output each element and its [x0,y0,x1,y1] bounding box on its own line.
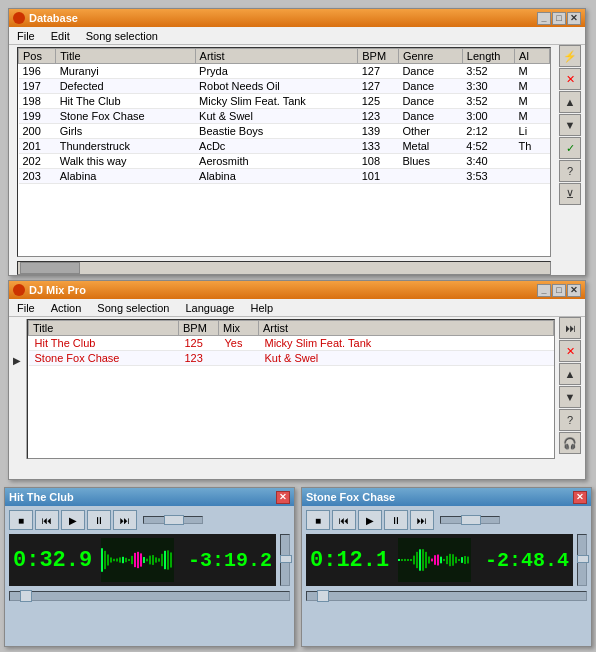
dj-menu-help[interactable]: Help [246,302,277,314]
player2-countdown: -2:48.4 [479,549,569,572]
db-table-row[interactable]: 202 Walk this way Aerosmith 108 Blues 3:… [19,154,550,169]
dj-table-row[interactable]: Stone Fox Chase 123 Kut & Swel [29,351,554,366]
db-table-row[interactable]: 198 Hit The Club Micky Slim Feat. Tank 1… [19,94,550,109]
db-cell-artist: Alabina [195,169,358,184]
player1-pitch-thumb[interactable] [164,515,184,525]
player1-next-btn[interactable]: ⏭ [113,510,137,530]
db-table-row[interactable]: 203 Alabina Alabina 101 3:53 [19,169,550,184]
db-table-row[interactable]: 197 Defected Robot Needs Oil 127 Dance 3… [19,79,550,94]
player1-play-btn[interactable]: ▶ [61,510,85,530]
db-menu-songsel[interactable]: Song selection [82,30,162,42]
player1-body: ■ ⏮ ▶ ⏸ ⏭ 0:32.9 -3:19.2 [5,506,294,646]
db-cell-artist: Beastie Boys [195,124,358,139]
dj-btn-help[interactable]: ? [559,409,581,431]
svg-rect-34 [428,556,430,563]
dj-menu-file[interactable]: File [13,302,39,314]
db-cell-title: Walk this way [56,154,195,169]
db-cell-title: Stone Fox Chase [56,109,195,124]
db-menu-bar: File Edit Song selection [9,27,585,45]
dj-btn-close[interactable]: ✕ [559,340,581,362]
col-bpm: BPM [358,49,399,64]
player2-position-thumb[interactable] [317,590,329,602]
db-cell-title: Defected [56,79,195,94]
player2-next-btn[interactable]: ⏭ [410,510,434,530]
player2-pause-btn[interactable]: ⏸ [384,510,408,530]
svg-rect-41 [449,554,451,566]
player1-stop-btn[interactable]: ■ [9,510,33,530]
svg-rect-21 [164,551,166,569]
dj-btn-down[interactable]: ▼ [559,386,581,408]
dj-table-row[interactable]: Hit The Club 125 Yes Micky Slim Feat. Ta… [29,336,554,351]
db-cell-artist: Aerosmith [195,154,358,169]
svg-rect-2 [107,554,109,565]
db-cell-length: 3:00 [462,109,514,124]
player1-pitch-slider[interactable] [143,516,203,524]
db-hscrollbar[interactable] [17,261,551,275]
player1-vol-slider[interactable] [280,534,290,586]
player1-prev-btn[interactable]: ⏮ [35,510,59,530]
db-cell-pos: 203 [19,169,56,184]
dj-side-buttons: ⏭ ✕ ▲ ▼ ? 🎧 [559,317,581,454]
db-maximize-btn[interactable]: □ [552,12,566,25]
dj-menu-language[interactable]: Language [181,302,238,314]
player2-play-btn[interactable]: ▶ [358,510,382,530]
svg-rect-47 [467,557,469,564]
db-minimize-btn[interactable]: _ [537,12,551,25]
db-btn-up[interactable]: ▲ [559,91,581,113]
col-pos: Pos [19,49,56,64]
player1-position-slider[interactable] [9,591,290,601]
player1-vol-thumb[interactable] [280,555,292,563]
player1-pause-btn[interactable]: ⏸ [87,510,111,530]
db-hscroll-thumb[interactable] [20,262,80,274]
db-cell-title: Alabina [56,169,195,184]
db-btn-down[interactable]: ▼ [559,114,581,136]
dj-btn-up[interactable]: ▲ [559,363,581,385]
svg-rect-46 [464,556,466,564]
dj-menu-songsel[interactable]: Song selection [93,302,173,314]
db-table-row[interactable]: 200 Girls Beastie Boys 139 Other 2:12 Li [19,124,550,139]
player1-position-thumb[interactable] [20,590,32,602]
db-btn-close[interactable]: ✕ [559,68,581,90]
dj-marker-area: ▶ [11,319,27,459]
player2-vol-thumb[interactable] [577,555,589,563]
dj-btn-headphones[interactable]: 🎧 [559,432,581,454]
col-genre: Genre [398,49,462,64]
dj-close-btn[interactable]: ✕ [567,284,581,297]
db-btn-lightning[interactable]: ⚡ [559,45,581,67]
svg-rect-23 [170,552,172,567]
player2-prev-btn[interactable]: ⏮ [332,510,356,530]
db-cell-al: Li [515,124,550,139]
db-close-btn[interactable]: ✕ [567,12,581,25]
player2-position-slider[interactable] [306,591,587,601]
player2-pitch-slider[interactable] [440,516,500,524]
db-btn-help[interactable]: ? [559,160,581,182]
db-table-row[interactable]: 196 Muranyi Pryda 127 Dance 3:52 M [19,64,550,79]
svg-rect-38 [440,557,442,564]
db-menu-file[interactable]: File [13,30,39,42]
db-menu-edit[interactable]: Edit [47,30,74,42]
db-btn-transfer[interactable]: ⊻ [559,183,581,205]
svg-rect-26 [404,559,406,561]
db-table-row[interactable]: 201 Thunderstruck AcDc 133 Metal 4:52 Th [19,139,550,154]
db-btn-check[interactable]: ✓ [559,137,581,159]
dj-cell-mix: Yes [219,336,259,351]
player2-stop-btn[interactable]: ■ [306,510,330,530]
djmix-menu-bar: File Action Song selection Language Help [9,299,585,317]
player2-close-btn[interactable]: ✕ [573,491,587,504]
svg-rect-16 [149,556,151,565]
db-table-row[interactable]: 199 Stone Fox Chase Kut & Swel 123 Dance… [19,109,550,124]
dj-minimize-btn[interactable]: _ [537,284,551,297]
player2-vol-slider[interactable] [577,534,587,586]
svg-rect-37 [437,555,439,566]
db-cell-genre: Other [398,124,462,139]
player2-pitch-thumb[interactable] [461,515,481,525]
dj-maximize-btn[interactable]: □ [552,284,566,297]
player2-title-bar: Stone Fox Chase ✕ [302,488,591,506]
dj-menu-action[interactable]: Action [47,302,86,314]
db-cell-artist: Micky Slim Feat. Tank [195,94,358,109]
dj-cell-bpm: 125 [179,336,219,351]
db-cell-pos: 200 [19,124,56,139]
db-cell-al [515,169,550,184]
dj-btn-end[interactable]: ⏭ [559,317,581,339]
player1-close-btn[interactable]: ✕ [276,491,290,504]
